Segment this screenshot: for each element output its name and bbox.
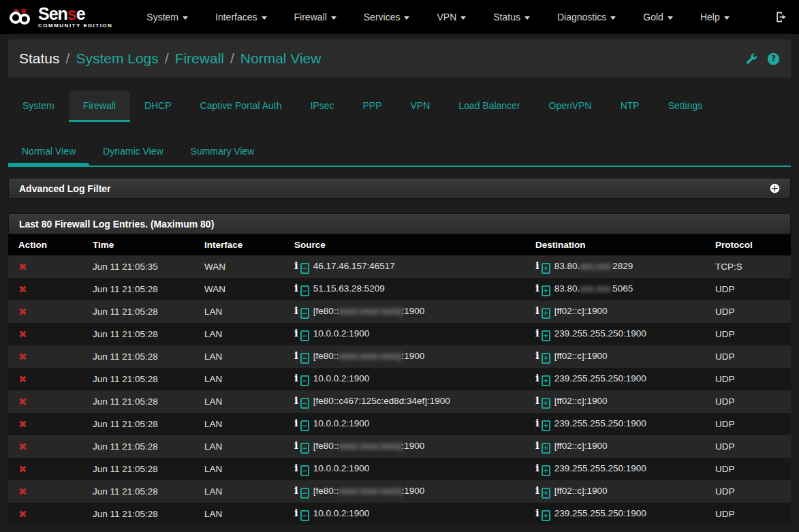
nav-menu-status[interactable]: Status	[484, 1, 539, 33]
source-cell: i−10.0.0.2:1900	[284, 323, 525, 345]
resolve-info-icon[interactable]: i	[535, 327, 539, 339]
plus-square-icon[interactable]: +	[542, 443, 550, 454]
resolve-info-icon[interactable]: i	[294, 417, 298, 429]
tab-ipsec[interactable]: IPsec	[296, 91, 348, 122]
sign-out-icon[interactable]	[774, 10, 788, 24]
minus-square-icon[interactable]: −	[300, 488, 309, 499]
nav-menu-help[interactable]: Help	[691, 1, 738, 33]
nav-menu-gold[interactable]: Gold	[634, 1, 682, 33]
minus-square-icon[interactable]: −	[300, 308, 309, 319]
minus-square-icon[interactable]: −	[300, 465, 309, 476]
minus-square-icon[interactable]: −	[300, 330, 309, 341]
address-text: [fe80::	[313, 441, 339, 451]
nav-menu-diagnostics[interactable]: Diagnostics	[548, 1, 625, 33]
breadcrumb-firewall[interactable]: Firewall	[175, 50, 224, 67]
tab-vpn[interactable]: VPN	[396, 91, 444, 122]
resolve-info-icon[interactable]: i	[294, 327, 298, 339]
tab-ppp[interactable]: PPP	[348, 91, 396, 122]
resolve-info-icon[interactable]: i	[535, 372, 539, 384]
nav-menu-services[interactable]: Services	[355, 1, 419, 33]
protocol-cell: UDP	[705, 435, 791, 458]
minus-square-icon[interactable]: −	[300, 263, 309, 274]
resolve-info-icon[interactable]: i	[294, 260, 298, 272]
block-action-icon[interactable]: ✖	[18, 373, 27, 385]
expand-filter-button[interactable]	[770, 183, 780, 193]
top-navbar: Sense COMMUNITY EDITION SystemInterfaces…	[0, 0, 799, 34]
resolve-info-icon[interactable]: i	[535, 394, 539, 407]
breadcrumb: Status/System Logs/Firewall/Normal View	[19, 50, 321, 67]
resolve-info-icon[interactable]: i	[535, 349, 539, 362]
plus-square-icon[interactable]: +	[542, 510, 550, 521]
block-action-icon[interactable]: ✖	[18, 418, 27, 430]
minus-square-icon[interactable]: −	[300, 398, 309, 409]
subtab-dynamic-view[interactable]: Dynamic View	[89, 137, 176, 166]
block-action-icon[interactable]: ✖	[18, 486, 27, 497]
resolve-info-icon[interactable]: i	[535, 260, 539, 272]
block-action-icon[interactable]: ✖	[18, 351, 27, 362]
wrench-icon[interactable]	[745, 52, 757, 65]
minus-square-icon[interactable]: −	[300, 375, 309, 386]
destination-cell: i+83.80.xxx.xxx:2829	[525, 255, 705, 278]
plus-square-icon[interactable]: +	[542, 488, 550, 499]
block-action-icon[interactable]: ✖	[18, 508, 27, 520]
block-action-icon[interactable]: ✖	[18, 396, 27, 407]
resolve-info-icon[interactable]: i	[535, 304, 539, 317]
plus-square-icon[interactable]: +	[542, 308, 550, 319]
resolve-info-icon[interactable]: i	[294, 462, 298, 474]
resolve-info-icon[interactable]: i	[535, 462, 539, 474]
resolve-info-icon[interactable]: i	[535, 282, 539, 294]
protocol-cell: UDP	[705, 323, 791, 345]
minus-square-icon[interactable]: −	[300, 510, 309, 521]
plus-square-icon[interactable]: +	[542, 263, 550, 274]
block-action-icon[interactable]: ✖	[18, 441, 27, 452]
plus-square-icon[interactable]: +	[542, 420, 550, 431]
tab-openvpn[interactable]: OpenVPN	[535, 91, 606, 122]
resolve-info-icon[interactable]: i	[535, 484, 539, 497]
plus-square-icon[interactable]: +	[542, 353, 550, 364]
resolve-info-icon[interactable]: i	[294, 484, 298, 497]
resolve-info-icon[interactable]: i	[294, 394, 298, 407]
resolve-info-icon[interactable]: i	[294, 304, 298, 317]
help-icon[interactable]: ?	[767, 52, 780, 65]
plus-square-icon[interactable]: +	[542, 398, 550, 409]
plus-square-icon[interactable]: +	[542, 330, 550, 341]
tab-ntp[interactable]: NTP	[606, 91, 654, 122]
tab-system[interactable]: System	[8, 91, 69, 122]
tab-settings[interactable]: Settings	[654, 91, 717, 122]
subtab-summary-view[interactable]: Summary View	[177, 137, 268, 166]
resolve-info-icon[interactable]: i	[294, 282, 298, 294]
plus-square-icon[interactable]: +	[542, 375, 550, 386]
tab-captive-portal-auth[interactable]: Captive Portal Auth	[186, 91, 296, 122]
minus-square-icon[interactable]: −	[300, 420, 309, 431]
block-action-icon[interactable]: ✖	[18, 283, 27, 295]
tab-firewall[interactable]: Firewall	[69, 91, 130, 122]
block-action-icon[interactable]: ✖	[18, 306, 27, 317]
block-action-icon[interactable]: ✖	[18, 463, 27, 475]
resolve-info-icon[interactable]: i	[535, 439, 539, 452]
minus-square-icon[interactable]: −	[300, 443, 309, 454]
breadcrumb-system-logs[interactable]: System Logs	[76, 50, 158, 67]
pfsense-logo[interactable]: Sense COMMUNITY EDITION	[7, 5, 112, 29]
breadcrumb-normal-view[interactable]: Normal View	[240, 50, 322, 67]
resolve-info-icon[interactable]: i	[294, 507, 298, 519]
nav-menu-vpn[interactable]: VPN	[428, 1, 475, 33]
block-action-icon[interactable]: ✖	[18, 261, 27, 272]
plus-square-icon[interactable]: +	[542, 285, 550, 296]
minus-square-icon[interactable]: −	[300, 285, 309, 296]
resolve-info-icon[interactable]: i	[294, 439, 298, 452]
source-cell: i−[fe80::c467:125c:ed8d:34ef]:1900	[284, 390, 525, 413]
resolve-info-icon[interactable]: i	[294, 349, 298, 362]
resolve-info-icon[interactable]: i	[535, 417, 539, 429]
subtab-normal-view[interactable]: Normal View	[8, 137, 89, 166]
block-action-icon[interactable]: ✖	[18, 328, 27, 340]
nav-menu-firewall[interactable]: Firewall	[285, 1, 345, 33]
tab-dhcp[interactable]: DHCP	[130, 91, 186, 122]
resolve-info-icon[interactable]: i	[294, 372, 298, 384]
minus-square-icon[interactable]: −	[300, 353, 309, 364]
time-cell: Jun 11 21:05:28	[82, 323, 194, 345]
resolve-info-icon[interactable]: i	[535, 507, 539, 519]
nav-menu-system[interactable]: System	[138, 1, 197, 33]
nav-menu-interfaces[interactable]: Interfaces	[206, 1, 275, 33]
tab-load-balancer[interactable]: Load Balancer	[444, 91, 534, 122]
plus-square-icon[interactable]: +	[542, 465, 550, 476]
